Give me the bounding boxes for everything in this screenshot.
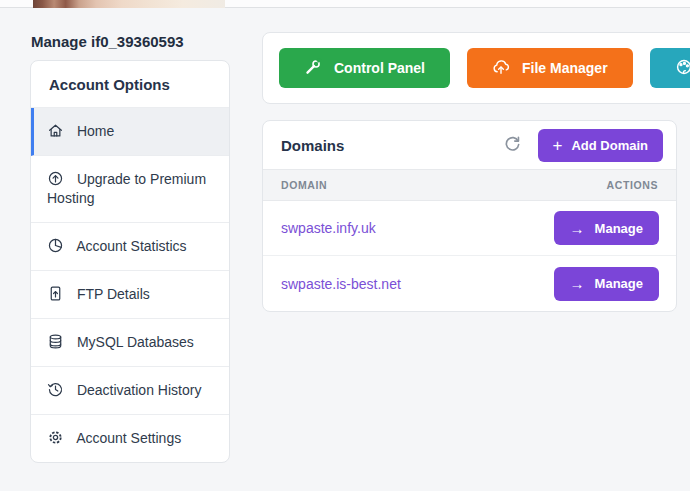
button-label: File Manager	[522, 60, 608, 76]
sidebar-title: Account Options	[31, 61, 229, 108]
refresh-icon	[503, 135, 522, 154]
domains-card: Domains + Add Domain DOMAIN ACTIONS swpa…	[262, 120, 677, 312]
sidebar-item-ftp-details[interactable]: FTP Details	[31, 271, 229, 319]
table-row: swpaste.is-best.net → Manage	[263, 256, 676, 311]
cloud-upload-icon	[492, 58, 510, 79]
pie-chart-icon	[47, 237, 64, 254]
gear-icon	[47, 429, 64, 446]
column-header-domain: DOMAIN	[281, 179, 327, 191]
palette-icon	[675, 58, 690, 79]
sidebar-item-label: MySQL Databases	[77, 334, 194, 350]
arrow-right-icon: →	[570, 276, 585, 291]
account-options-card: Account Options Home Upgrade to Premium …	[30, 60, 230, 463]
wrench-icon	[304, 58, 322, 79]
sidebar-item-label: Home	[77, 123, 114, 139]
arrow-up-circle-icon	[47, 170, 64, 187]
file-arrow-up-icon	[47, 285, 64, 302]
table-row: swpaste.infy.uk → Manage	[263, 201, 676, 256]
arrow-right-icon: →	[570, 221, 585, 236]
control-panel-button[interactable]: Control Panel	[279, 48, 450, 88]
sidebar-item-label: Deactivation History	[77, 382, 202, 398]
domains-card-header: Domains + Add Domain	[263, 121, 676, 169]
quick-actions-card: Control Panel File Manager We	[262, 32, 690, 104]
clock-history-icon	[47, 381, 64, 398]
domains-title: Domains	[281, 137, 503, 154]
sidebar-item-upgrade-premium[interactable]: Upgrade to Premium Hosting	[31, 156, 229, 223]
sidebar-item-account-statistics[interactable]: Account Statistics	[31, 223, 229, 271]
button-label: Manage	[595, 221, 643, 236]
button-label: Manage	[595, 276, 643, 291]
database-icon	[47, 333, 64, 350]
sidebar-item-label: Account Settings	[76, 430, 181, 446]
sidebar-item-deactivation-history[interactable]: Deactivation History	[31, 367, 229, 415]
sidebar-item-label: Upgrade to Premium Hosting	[47, 171, 206, 206]
manage-button[interactable]: → Manage	[554, 267, 659, 301]
domains-table-header: DOMAIN ACTIONS	[263, 169, 676, 201]
refresh-button[interactable]	[503, 135, 523, 155]
column-header-actions: ACTIONS	[607, 179, 658, 191]
sidebar-item-label: Account Statistics	[76, 238, 187, 254]
home-icon	[47, 122, 64, 139]
sidebar-item-label: FTP Details	[77, 286, 150, 302]
add-domain-button[interactable]: + Add Domain	[538, 129, 664, 162]
top-band	[0, 0, 690, 8]
sidebar-item-account-settings[interactable]: Account Settings	[31, 415, 229, 462]
page-title: Manage if0_39360593	[31, 33, 184, 50]
manage-button[interactable]: → Manage	[554, 211, 659, 245]
file-manager-button[interactable]: File Manager	[467, 48, 633, 88]
sidebar-item-mysql-databases[interactable]: MySQL Databases	[31, 319, 229, 367]
domain-link[interactable]: swpaste.is-best.net	[281, 276, 401, 292]
hosting-account-page: Manage if0_39360593 Account Options Home…	[0, 0, 690, 491]
domain-link[interactable]: swpaste.infy.uk	[281, 220, 376, 236]
button-label: Control Panel	[334, 60, 425, 76]
sidebar-item-home[interactable]: Home	[31, 108, 229, 156]
button-label: Add Domain	[571, 138, 648, 153]
plus-icon: +	[553, 137, 563, 154]
cropped-photo-fragment	[33, 0, 225, 8]
website-builder-button[interactable]: We	[650, 48, 690, 88]
